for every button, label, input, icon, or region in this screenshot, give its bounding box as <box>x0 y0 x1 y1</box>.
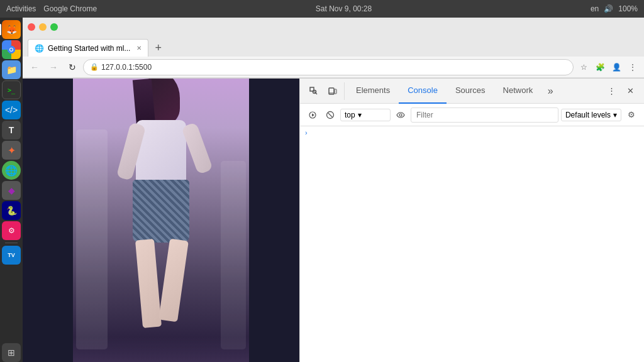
default-levels-dropdown-icon: ▾ <box>613 111 617 119</box>
dock-icon-files[interactable]: 📁 <box>2 60 21 79</box>
more-tabs-button[interactable]: » <box>541 82 559 100</box>
webpage-image <box>23 79 299 362</box>
default-levels-label: Default levels <box>565 111 611 119</box>
default-levels-selector[interactable]: Default levels ▾ <box>561 109 621 121</box>
dock-icon-vscode[interactable]: </> <box>2 101 21 119</box>
window-maximize-button[interactable] <box>50 23 58 31</box>
window-minimize-button[interactable] <box>39 23 47 31</box>
console-context-selector[interactable]: top ▾ <box>340 109 391 121</box>
tab-network[interactable]: Network <box>494 79 542 104</box>
forward-button[interactable]: → <box>45 59 62 75</box>
devtools-header: Elements Console Sources Network » ⋮ ✕ <box>300 79 644 104</box>
dock-icon-terminal[interactable]: >_ <box>2 80 21 99</box>
dock-icon-app-grid[interactable]: ⊞ <box>2 343 21 362</box>
browser-toolbar-icons: ☆ 🧩 👤 ⋮ <box>576 60 640 75</box>
tab-favicon: 🌐 <box>35 44 44 53</box>
console-run-icon[interactable] <box>305 107 320 123</box>
browser-chrome: 🌐 Getting Started with ml... ✕ + ← → ↻ 🔒… <box>23 18 644 79</box>
dock-icon-text-editor[interactable]: T <box>2 121 21 140</box>
bookmark-star-icon[interactable]: ☆ <box>576 60 591 75</box>
webpage-view <box>23 79 299 362</box>
profile-icon[interactable]: 👤 <box>609 60 624 75</box>
console-settings-icon[interactable]: ⚙ <box>624 107 639 123</box>
console-clear-icon[interactable] <box>323 107 338 123</box>
url-display: 127.0.0.1:5500 <box>101 63 152 72</box>
volume-icon[interactable]: 🔊 <box>604 4 613 13</box>
tab-sources[interactable]: Sources <box>447 79 494 104</box>
dock-icon-inkscape[interactable]: ✦ <box>2 141 21 160</box>
tab-close-button[interactable]: ✕ <box>136 45 142 52</box>
browser-name-label[interactable]: Google Chrome <box>43 4 97 13</box>
address-bar[interactable]: 🔒 127.0.0.1:5500 <box>83 59 574 75</box>
dock-icon-chrome[interactable] <box>2 40 21 59</box>
console-body[interactable]: › <box>300 126 644 362</box>
tab-title: Getting Started with ml... <box>48 44 130 53</box>
devtools-close-button[interactable]: ✕ <box>621 82 639 100</box>
content-area: Elements Console Sources Network » ⋮ ✕ <box>23 79 644 362</box>
dock-icon-dark-app[interactable]: ◆ <box>2 181 21 200</box>
dock-icon-teamviewer[interactable]: TV <box>2 246 21 265</box>
browser-toolbar: ← → ↻ 🔒 127.0.0.1:5500 ☆ 🧩 👤 ⋮ <box>23 57 644 78</box>
system-bar: Activities Google Chrome Sat Nov 9, 00:2… <box>0 0 644 18</box>
inspect-element-icon[interactable] <box>305 82 323 100</box>
tab-elements[interactable]: Elements <box>347 79 399 104</box>
browser-tabs: 🌐 Getting Started with ml... ✕ + <box>23 36 644 57</box>
devtools-panel: Elements Console Sources Network » ⋮ ✕ <box>299 79 644 362</box>
lock-icon: 🔒 <box>90 63 99 71</box>
devtools-tabs: Elements Console Sources Network » <box>347 79 600 104</box>
language-indicator[interactable]: en <box>591 4 599 13</box>
console-eye-icon[interactable] <box>393 107 408 123</box>
console-toolbar: top ▾ Default levels ▾ ⚙ <box>300 104 644 126</box>
browser-window: 🌐 Getting Started with ml... ✕ + ← → ↻ 🔒… <box>23 18 644 362</box>
console-filter-input[interactable] <box>411 107 558 123</box>
dock-icon-globe[interactable]: 🌐 <box>2 161 21 180</box>
window-close-button[interactable] <box>28 23 35 31</box>
browser-tab-active[interactable]: 🌐 Getting Started with ml... ✕ <box>28 39 148 57</box>
devtools-more-options-button[interactable]: ⋮ <box>602 82 620 100</box>
browser-titlebar <box>23 18 644 36</box>
new-tab-button[interactable]: + <box>150 39 167 57</box>
svg-line-10 <box>328 112 333 117</box>
console-prompt-line[interactable]: › <box>305 129 639 136</box>
clock: Sat Nov 9, 00:28 <box>316 4 372 13</box>
console-context-dropdown-icon: ▾ <box>358 111 362 119</box>
dock-icon-pycharm[interactable]: 🐍 <box>2 201 21 220</box>
dock-icon-firefox[interactable]: 🦊 <box>2 20 21 39</box>
activities-label[interactable]: Activities <box>6 4 36 13</box>
svg-point-2 <box>10 48 13 51</box>
console-chevron-icon: › <box>305 129 308 136</box>
devtools-icon-group <box>303 82 345 100</box>
dock: 🦊 📁 >_ </> T ✦ 🌐 ◆ 🐍 ⚙ TV ⊞ <box>0 18 23 362</box>
back-button[interactable]: ← <box>26 59 43 75</box>
tab-console[interactable]: Console <box>399 79 447 104</box>
dock-icon-snap[interactable]: ⚙ <box>2 221 21 240</box>
reload-button[interactable]: ↻ <box>64 59 80 75</box>
battery-indicator: 100% <box>618 4 638 13</box>
device-toggle-icon[interactable] <box>324 82 341 100</box>
svg-point-11 <box>399 114 402 116</box>
console-context-value: top <box>345 111 355 119</box>
svg-rect-6 <box>335 89 336 94</box>
menu-icon[interactable]: ⋮ <box>625 60 640 75</box>
devtools-actions: ⋮ ✕ <box>600 82 641 100</box>
extension-icon[interactable]: 🧩 <box>592 60 608 75</box>
dock-divider <box>5 243 18 243</box>
